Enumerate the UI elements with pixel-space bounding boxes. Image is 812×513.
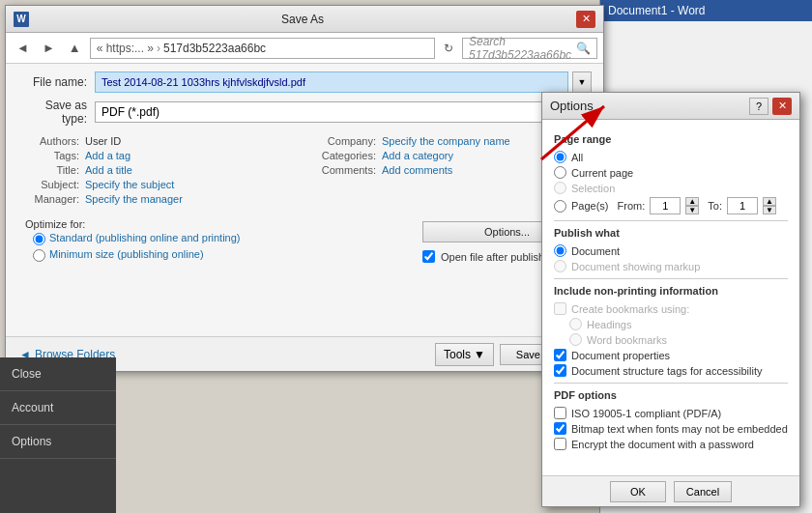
options-content: Page range All Current page Selection Pa… — [542, 120, 799, 463]
to-spin-up[interactable]: ▲ — [763, 197, 776, 206]
from-input[interactable] — [650, 197, 681, 214]
word-icon: W — [14, 12, 29, 27]
title-left: W — [14, 12, 29, 27]
save-type-row: Save as type: PDF (*.pdf) ▼ — [17, 99, 592, 126]
comments-label: Comments: — [314, 164, 382, 176]
file-name-input[interactable] — [95, 71, 568, 93]
encrypt-row: Encrypt the document with a password — [554, 438, 788, 450]
to-input[interactable] — [727, 197, 758, 214]
to-label: To: — [708, 200, 722, 212]
all-radio[interactable] — [554, 151, 566, 163]
title-value[interactable]: Add a title — [85, 164, 132, 176]
doc-structure-checkbox[interactable] — [554, 364, 566, 377]
sidebar-item-close[interactable]: Close — [0, 357, 116, 391]
document-label: Document — [571, 245, 620, 257]
bitmap-checkbox[interactable] — [554, 422, 566, 435]
open-after-checkbox[interactable] — [422, 250, 435, 263]
forward-button[interactable]: ► — [38, 38, 60, 58]
file-name-row: File name: ▼ — [17, 71, 592, 93]
selection-radio[interactable] — [554, 182, 566, 194]
bookmarks-checkbox[interactable] — [554, 302, 566, 315]
document-radio-row: Document — [554, 244, 788, 257]
iso-label: ISO 19005-1 compliant (PDF/A) — [571, 408, 721, 419]
tools-button[interactable]: Tools ▼ — [435, 343, 494, 366]
options-titlebar: Options ? ✕ — [542, 93, 799, 120]
address-arrow: › — [157, 42, 160, 55]
options-nav-label: Options — [12, 435, 51, 448]
separator-3 — [554, 383, 788, 384]
save-type-select[interactable]: PDF (*.pdf) ▼ — [95, 101, 592, 123]
sidebar-item-account[interactable]: Account — [0, 391, 116, 425]
options-close-button[interactable]: ✕ — [772, 98, 792, 115]
all-radio-row: All — [554, 151, 788, 163]
ok-button[interactable]: OK — [610, 481, 666, 502]
options-titlebar-buttons: ? ✕ — [749, 98, 792, 115]
properties-grid: Authors: User ID Tags: Add a tag Title: … — [17, 135, 592, 208]
iso-checkbox[interactable] — [554, 407, 566, 419]
subject-value[interactable]: Specify the subject — [85, 179, 174, 190]
iso-row: ISO 19005-1 compliant (PDF/A) — [554, 407, 788, 419]
sidebar-item-options[interactable]: Options — [0, 425, 116, 459]
word-bookmarks-label: Word bookmarks — [587, 334, 667, 346]
doc-structure-label: Document structure tags for accessibilit… — [571, 365, 762, 377]
subject-label: Subject: — [17, 179, 85, 190]
minimum-radio-row: Minimum size (publishing online) — [33, 247, 241, 262]
standard-radio[interactable] — [33, 233, 45, 245]
left-nav-sidebar: Close Account Options — [0, 357, 116, 513]
subject-row: Subject: Specify the subject — [17, 179, 295, 190]
doc-properties-checkbox[interactable] — [554, 349, 566, 361]
back-button[interactable]: ◄ — [12, 38, 34, 58]
document-markup-radio-row: Document showing markup — [554, 260, 788, 272]
headings-radio[interactable] — [569, 318, 582, 330]
doc-properties-label: Document properties — [571, 350, 670, 361]
account-nav-label: Account — [12, 401, 53, 414]
bookmarks-label: Create bookmarks using: — [571, 303, 689, 315]
publish-what-title: Publish what — [554, 227, 788, 239]
optimize-label: Optimize for: — [25, 218, 85, 230]
from-spin-down[interactable]: ▼ — [685, 206, 699, 214]
current-page-radio-row: Current page — [554, 166, 788, 179]
encrypt-checkbox[interactable] — [554, 438, 566, 450]
include-nonprint-title: Include non-printing information — [554, 285, 788, 297]
manager-row: Manager: Specify the manager — [17, 193, 295, 205]
file-dropdown-button[interactable]: ▼ — [572, 71, 592, 93]
comments-value[interactable]: Add comments — [382, 164, 452, 176]
address-path[interactable]: « https:... » › 517d3b5223aa66bc — [90, 38, 435, 59]
company-label: Company: — [314, 135, 382, 147]
tools-label: Tools — [444, 348, 471, 361]
authors-row: Authors: User ID — [17, 135, 295, 147]
minimum-radio[interactable] — [33, 249, 45, 262]
word-bookmarks-radio[interactable] — [569, 333, 582, 346]
options-footer: OK Cancel — [542, 475, 799, 506]
title-label: Title: — [17, 164, 85, 176]
standard-radio-row: Standard (publishing online and printing… — [33, 231, 241, 245]
tools-dropdown-icon: ▼ — [474, 348, 485, 361]
categories-value[interactable]: Add a category — [382, 150, 453, 161]
tags-value[interactable]: Add a tag — [85, 150, 130, 161]
search-box[interactable]: Search 517d3b5223aa66bc 🔍 — [462, 38, 597, 59]
title-row: Title: Add a title — [17, 164, 295, 176]
pages-radio-row: Page(s) From: ▲ ▼ To: ▲ ▼ — [554, 197, 788, 214]
dialog-content: File name: ▼ Save as type: PDF (*.pdf) ▼… — [6, 64, 603, 279]
authors-label: Authors: — [17, 135, 85, 147]
optimize-options: Optimize for: Standard (publishing onlin… — [17, 217, 241, 262]
refresh-button[interactable]: ↻ — [439, 39, 458, 58]
pages-radio[interactable] — [554, 200, 566, 213]
dialog-close-button[interactable]: ✕ — [576, 11, 595, 28]
separator-1 — [554, 220, 788, 221]
document-radio[interactable] — [554, 244, 566, 257]
manager-label: Manager: — [17, 193, 85, 205]
company-value[interactable]: Specify the company name — [382, 135, 510, 147]
current-page-radio[interactable] — [554, 166, 566, 179]
document-markup-radio[interactable] — [554, 260, 566, 272]
dialog-titlebar: W Save As ✕ — [6, 6, 603, 33]
options-cancel-button[interactable]: Cancel — [674, 481, 732, 502]
options-help-button[interactable]: ? — [749, 98, 768, 115]
from-spin-up[interactable]: ▲ — [685, 197, 699, 206]
from-label: From: — [618, 200, 646, 212]
up-button[interactable]: ▲ — [64, 38, 86, 58]
address-bar: ◄ ► ▲ « https:... » › 517d3b5223aa66bc ↻… — [6, 33, 603, 64]
bitmap-row: Bitmap text when fonts may not be embedd… — [554, 422, 788, 435]
manager-value[interactable]: Specify the manager — [85, 193, 183, 205]
to-spin-down[interactable]: ▼ — [763, 206, 776, 214]
